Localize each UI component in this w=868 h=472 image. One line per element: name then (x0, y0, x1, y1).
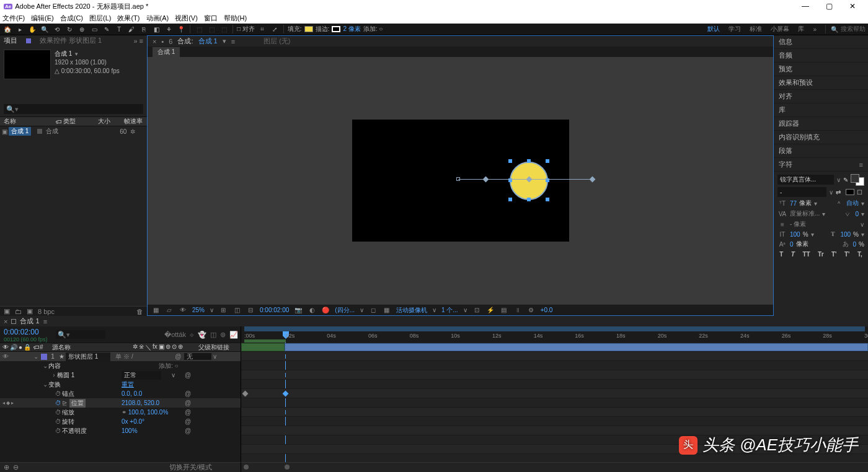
prop-rotation[interactable]: ⏱ 旋转 0x +0.0° @ (0, 417, 241, 426)
layer-row[interactable]: 👁 ⌄ 1 ★ 形状图层 1 单 ※ / @ 无 ∨ (0, 352, 241, 361)
faux-bold[interactable]: T (779, 251, 783, 258)
track-row-position[interactable] (241, 389, 868, 398)
navigator-handle-start[interactable] (244, 465, 249, 470)
flowchart-button-icon[interactable]: ⫴ (513, 307, 522, 314)
ligature[interactable]: T, (857, 251, 862, 258)
new-comp-icon[interactable]: ▣ (27, 307, 33, 315)
safe-zones-icon[interactable]: ◫ (232, 307, 241, 313)
pen-tool-icon[interactable]: ✎ (102, 24, 112, 34)
col-label-icon[interactable]: 🏷 (56, 118, 63, 125)
col-parent[interactable]: 父级和链接 (195, 343, 229, 352)
layer-name[interactable]: 形状图层 1 (66, 352, 110, 361)
panel-align[interactable]: 对齐 (774, 90, 868, 103)
anchor-tool-icon[interactable]: ⊕ (77, 24, 87, 34)
composition-canvas[interactable] (352, 120, 569, 242)
exposure-value[interactable]: +0.0 (541, 307, 553, 313)
clone-tool-icon[interactable]: ⎘ (139, 24, 149, 34)
pickwhip-icon[interactable]: @ (184, 372, 192, 378)
comp-tab-name[interactable]: 合成 1 (198, 37, 218, 46)
subscript[interactable]: T' (844, 251, 850, 258)
mag-ratio-icon[interactable]: ▦ (151, 307, 160, 313)
transparency-icon[interactable]: ▦ (383, 307, 391, 313)
close-button[interactable]: ✕ (841, 2, 864, 11)
superscript[interactable]: T' (831, 251, 837, 258)
navigator-handle-end[interactable] (285, 465, 290, 470)
keyframe-diamond-selected[interactable] (283, 391, 289, 397)
layer-bar-cached[interactable] (241, 343, 285, 351)
brush-tool-icon[interactable]: 🖌 (126, 24, 136, 34)
panel-tracker[interactable]: 跟踪器 (774, 117, 868, 131)
comp-mini-icon[interactable]: ▪ (161, 38, 164, 45)
item-settings-icon[interactable]: ✲ (130, 128, 139, 135)
item-name[interactable]: 合成 1 (9, 127, 31, 136)
timeline-icon[interactable]: ▤ (500, 307, 508, 313)
stopwatch-icon[interactable]: ⏱ (55, 409, 62, 416)
panel-info[interactable]: 信息 (774, 35, 868, 49)
character-menu-icon[interactable]: ≡ (859, 161, 863, 168)
hand-tool-icon[interactable]: ✋ (27, 24, 37, 34)
stopwatch-icon[interactable]: ⏱ (55, 427, 62, 434)
help-search[interactable]: 🔍 搜索帮助 (825, 25, 866, 33)
timeline-close-icon[interactable]: × (4, 318, 7, 325)
new-folder-icon[interactable]: 🗀 (15, 308, 22, 315)
motion-keyframe-end[interactable] (589, 177, 595, 183)
minimize-button[interactable]: — (794, 2, 817, 11)
tab-effect-controls[interactable]: 效果控件 形状图层 1 (40, 36, 102, 45)
channel-icon[interactable]: 🔴 (321, 307, 330, 313)
scale-value[interactable]: ⚭ 100.0, 100.0% (122, 409, 168, 416)
layer-twirl-icon[interactable]: ⌄ (33, 353, 40, 360)
pickwhip-icon[interactable]: @ (184, 427, 192, 434)
resolution-menu[interactable]: (四分... (335, 306, 355, 315)
add-shape-menu[interactable]: 添加: ○ (363, 25, 383, 33)
layer-label[interactable] (41, 354, 47, 360)
zoom-tool-icon[interactable]: 🔍 (40, 24, 50, 34)
workspace-default[interactable]: 默认 (707, 25, 720, 33)
font-style-select[interactable]: - (777, 187, 826, 197)
transform-reset[interactable]: 重置 (122, 380, 134, 389)
swap-colors-icon[interactable]: ⇄ (836, 189, 843, 196)
pickwhip-icon[interactable]: @ (184, 418, 192, 425)
layer-switches[interactable]: 单 ※ / (113, 352, 175, 361)
shape-tool-icon[interactable]: ▭ (89, 24, 99, 34)
workspace-small[interactable]: 小屏幕 (771, 25, 789, 33)
composition-viewer[interactable] (148, 57, 773, 304)
comp-mini-flow-icon[interactable]: �ották (164, 331, 186, 339)
keyframe-diamond[interactable] (242, 391, 249, 397)
maximize-button[interactable]: ▢ (817, 2, 841, 11)
menu-edit[interactable]: 编辑(E) (31, 14, 54, 23)
col-fps[interactable]: 帧速率 (124, 117, 145, 126)
flowchart-icon[interactable]: × (153, 38, 156, 45)
selection-handle[interactable] (546, 198, 549, 201)
opacity-value[interactable]: 100% (122, 427, 138, 434)
home-icon[interactable]: 🏠 (2, 24, 12, 34)
current-time[interactable]: 0:00:02:00 (4, 328, 50, 336)
menu-file[interactable]: 文件(F) (2, 14, 25, 23)
stopwatch-icon[interactable]: ⏱ (55, 418, 62, 425)
rotate-tool-icon[interactable]: ↻ (64, 24, 74, 34)
selection-handle[interactable] (527, 198, 531, 201)
baseline-value[interactable]: 0 (790, 241, 794, 248)
eyedropper-icon[interactable]: ✎ (843, 177, 848, 183)
timeline-search[interactable]: 🔍▾ (56, 330, 105, 339)
res-full-icon[interactable]: ⊞ (219, 307, 228, 313)
stopwatch-icon[interactable]: ⏱ (55, 390, 62, 397)
view-axis-icon[interactable]: ⬚ (219, 24, 229, 34)
comp-thumbnail[interactable] (4, 50, 51, 79)
twirl-icon[interactable]: ⌄ (42, 362, 48, 369)
add-contents-menu[interactable]: 添加: ○ (159, 362, 179, 370)
world-axis-icon[interactable]: ⬚ (206, 24, 216, 34)
small-caps[interactable]: Tr (818, 251, 823, 258)
panel-libraries[interactable]: 库 (774, 103, 868, 117)
comp-tab-dropdown-icon[interactable]: ▾ (223, 37, 226, 45)
color-swatches[interactable] (851, 174, 864, 185)
bpc-toggle[interactable]: 8 bpc (38, 308, 55, 315)
prop-anchor[interactable]: ⏱ 锚点 0.0, 0.0 @ (0, 389, 241, 398)
mask-icon[interactable]: 👁 (179, 307, 187, 313)
draft3d-icon[interactable]: ⟐ (190, 331, 194, 338)
prop-opacity[interactable]: ⏱ 不透明度 100% @ (0, 426, 241, 435)
motion-keyframe[interactable] (482, 177, 489, 183)
comp-used-dropdown-icon[interactable]: ▼ (74, 51, 79, 57)
panel-effects-presets[interactable]: 效果和预设 (774, 76, 868, 90)
exposure-reset-icon[interactable]: ⚙ (527, 307, 536, 313)
pickwhip-icon[interactable]: @ (184, 390, 192, 397)
